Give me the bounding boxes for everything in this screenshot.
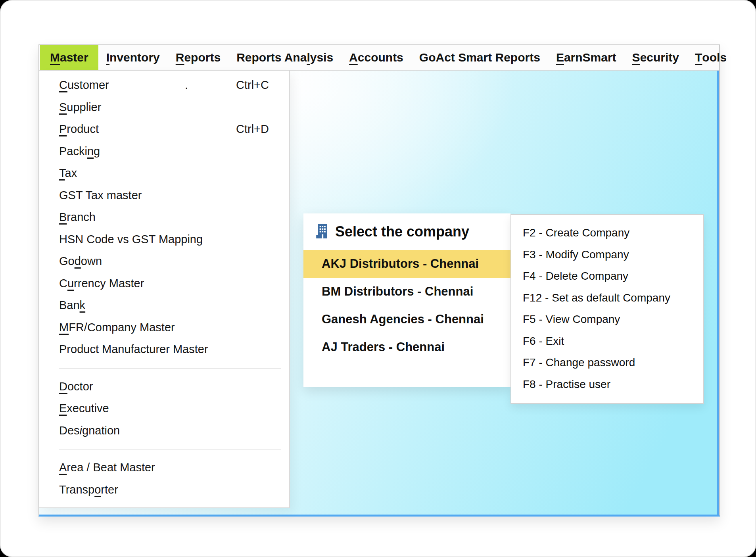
menu-item-tools[interactable]: Tools: [687, 45, 735, 70]
dialog-title: Select the company: [335, 223, 469, 240]
menu-item-executive[interactable]: Executive: [39, 398, 289, 420]
select-company-dialog: Select the company AKJ Distributors - Ch…: [303, 213, 510, 387]
company-row-aj-traders-chennai[interactable]: AJ Traders - Chennai: [303, 333, 510, 361]
menu-item-branch[interactable]: Branch: [39, 206, 289, 229]
menu-item-transporter[interactable]: Transporter: [39, 479, 289, 501]
menu-item-doctor[interactable]: Doctor: [39, 376, 289, 398]
menu-item-label: Supplier: [59, 101, 101, 113]
menu-item-reports-analysis[interactable]: Reports Analysis: [228, 45, 341, 70]
menu-item-label: GST Tax master: [59, 189, 142, 202]
action-f7-change-password[interactable]: F7 - Change password: [511, 352, 703, 374]
menu-item-goact-smart-reports[interactable]: GoAct Smart Reports: [411, 45, 548, 70]
menu-item-security[interactable]: Security: [624, 45, 687, 70]
menu-item-label: Packing: [59, 145, 100, 157]
menu-item-label: Godown: [59, 255, 102, 267]
menu-item-gst-tax-master[interactable]: GST Tax master: [39, 184, 289, 207]
master-menu-dropdown: Customer.Ctrl+CSupplierProductCtrl+DPack…: [39, 71, 290, 508]
menu-item-accounts[interactable]: Accounts: [341, 45, 411, 70]
menu-item-label: Bank: [59, 299, 85, 311]
menu-item-label: Doctor: [59, 380, 93, 393]
menu-item-label: Branch: [59, 211, 96, 223]
menu-item-product[interactable]: ProductCtrl+D: [39, 118, 289, 140]
menu-item-bank[interactable]: Bank: [39, 294, 289, 317]
dialog-header: Select the company: [303, 213, 510, 250]
menu-item-mfr-company-master[interactable]: MFR/Company Master: [39, 317, 289, 339]
menu-item-label: Transporter: [59, 483, 118, 496]
company-row-bm-distributors-chennai[interactable]: BM Distributors - Chennai: [303, 278, 510, 305]
menu-divider: [59, 368, 281, 369]
action-f3-modify-company[interactable]: F3 - Modify Company: [511, 244, 703, 266]
screenshot-card: MasterInventoryReportsReports AnalysisAc…: [0, 0, 756, 557]
menu-item-customer[interactable]: Customer.Ctrl+C: [39, 74, 289, 96]
menu-item-inventory[interactable]: Inventory: [98, 45, 168, 70]
action-f8-practise-user[interactable]: F8 - Practise user: [511, 374, 703, 396]
menu-item-godown[interactable]: Godown: [39, 250, 289, 273]
menu-bar: MasterInventoryReportsReports AnalysisAc…: [39, 45, 719, 71]
menu-item-dot: .: [185, 74, 188, 96]
menu-item-packing[interactable]: Packing: [39, 140, 289, 163]
company-actions-panel: F2 - Create CompanyF3 - Modify CompanyF4…: [510, 214, 704, 404]
content-area: Customer.Ctrl+CSupplierProductCtrl+DPack…: [39, 71, 719, 515]
action-f2-create-company[interactable]: F2 - Create Company: [511, 222, 703, 244]
menu-item-label: Designation: [59, 424, 120, 437]
company-row-ganesh-agencies-chennai[interactable]: Ganesh Agencies - Chennai: [303, 305, 510, 333]
company-row-akj-distributors-chennai[interactable]: AKJ Distributors - Chennai: [303, 250, 510, 278]
action-f6-exit[interactable]: F6 - Exit: [511, 330, 703, 352]
menu-item-earnsmart[interactable]: EarnSmart: [548, 45, 624, 70]
menu-item-shortcut: Ctrl+D: [236, 118, 269, 140]
menu-item-master[interactable]: Master: [40, 45, 98, 70]
menu-divider: [59, 449, 281, 449]
menu-item-tax[interactable]: Tax: [39, 162, 289, 184]
menu-item-label: Currency Master: [59, 277, 144, 290]
menu-item-label: HSN Code vs GST Mapping: [59, 233, 203, 246]
menu-item-label: Executive: [59, 402, 109, 415]
action-f12-set-as-default-company[interactable]: F12 - Set as default Company: [511, 287, 703, 309]
menu-item-label: Product Manufacturer Master: [59, 343, 208, 355]
menu-item-area-beat-master[interactable]: Area / Beat Master: [39, 457, 289, 479]
menu-item-designation[interactable]: Designation: [39, 420, 289, 442]
building-icon: [315, 224, 329, 239]
menu-item-label: Product: [59, 123, 99, 135]
menu-item-shortcut: Ctrl+C: [236, 74, 269, 96]
company-list: AKJ Distributors - ChennaiBM Distributor…: [303, 250, 510, 361]
menu-item-label: Tax: [59, 167, 77, 179]
menu-item-supplier[interactable]: Supplier: [39, 96, 289, 119]
action-f5-view-company[interactable]: F5 - View Company: [511, 309, 703, 330]
menu-item-product-manufacturer-master[interactable]: Product Manufacturer Master: [39, 338, 289, 361]
app-window: MasterInventoryReportsReports AnalysisAc…: [38, 44, 720, 517]
menu-item-reports[interactable]: Reports: [168, 45, 228, 70]
menu-item-hsn-code-vs-gst-mapping[interactable]: HSN Code vs GST Mapping: [39, 229, 289, 251]
menu-item-label: MFR/Company Master: [59, 321, 175, 334]
action-f4-delete-company[interactable]: F4 - Delete Company: [511, 265, 703, 287]
menu-item-label: Customer: [59, 79, 109, 91]
menu-item-label: Area / Beat Master: [59, 461, 155, 474]
menu-item-currency-master[interactable]: Currency Master: [39, 273, 289, 295]
